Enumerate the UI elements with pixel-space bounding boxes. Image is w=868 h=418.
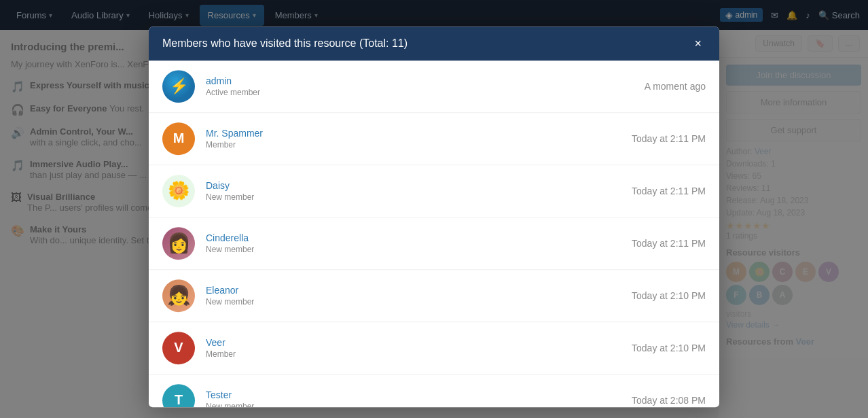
member-name[interactable]: Daisy xyxy=(206,180,621,191)
modal-body: ⚡ admin Active member A moment ago M Mr.… xyxy=(149,60,719,407)
member-visit-time: Today at 2:11 PM xyxy=(632,238,706,249)
members-visited-modal: Members who have visited this resource (… xyxy=(149,27,719,407)
member-visit-time: Today at 2:11 PM xyxy=(632,133,706,144)
member-role: Member xyxy=(206,349,621,359)
member-info: Mr. Spammer Member xyxy=(206,128,621,150)
modal-title: Members who have visited this resource (… xyxy=(162,37,408,50)
member-visit-time: Today at 2:11 PM xyxy=(632,186,706,196)
member-info: Daisy New member xyxy=(206,180,621,202)
person-icon: 👧 xyxy=(167,284,191,307)
avatar: 👧 xyxy=(162,279,195,312)
avatar-letter: M xyxy=(173,130,185,146)
member-row: V Veer Member Today at 2:10 PM xyxy=(149,322,719,375)
member-role: Member xyxy=(206,140,621,150)
avatar: T xyxy=(162,384,195,407)
member-visit-time: Today at 2:08 PM xyxy=(632,395,706,406)
member-row: 👩 Cinderella New member Today at 2:11 PM xyxy=(149,217,719,270)
lightning-icon: ⚡ xyxy=(170,77,188,95)
member-name[interactable]: Veer xyxy=(206,337,621,348)
member-role: New member xyxy=(206,297,621,307)
avatar-letter: V xyxy=(174,340,183,355)
member-row: M Mr. Spammer Member Today at 2:11 PM xyxy=(149,113,719,165)
modal-close-button[interactable]: × xyxy=(690,36,706,51)
modal-header: Members who have visited this resource (… xyxy=(149,27,719,60)
member-info: Tester New member xyxy=(206,389,621,407)
member-role: Active member xyxy=(206,88,634,97)
flower-icon: 🌼 xyxy=(168,180,189,201)
member-role: New member xyxy=(206,192,621,202)
avatar-letter: T xyxy=(175,392,183,407)
avatar: ⚡ xyxy=(162,70,195,103)
member-info: Veer Member xyxy=(206,337,621,359)
member-visit-time: Today at 2:10 PM xyxy=(632,343,706,353)
member-row: T Tester New member Today at 2:08 PM xyxy=(149,375,719,407)
avatar: 👩 xyxy=(162,227,195,260)
member-name[interactable]: Tester xyxy=(206,389,621,400)
avatar: 🌼 xyxy=(162,175,195,207)
avatar: M xyxy=(162,122,195,155)
member-info: admin Active member xyxy=(206,75,634,97)
member-info: Eleanor New member xyxy=(206,285,621,307)
member-name[interactable]: admin xyxy=(206,75,634,86)
member-name[interactable]: Cinderella xyxy=(206,232,621,243)
member-row: ⚡ admin Active member A moment ago xyxy=(149,60,719,113)
member-row: 👧 Eleanor New member Today at 2:10 PM xyxy=(149,270,719,322)
person-icon: 👩 xyxy=(167,232,191,254)
member-name[interactable]: Mr. Spammer xyxy=(206,128,621,139)
member-role: New member xyxy=(206,245,621,254)
member-row: 🌼 Daisy New member Today at 2:11 PM xyxy=(149,165,719,217)
member-name[interactable]: Eleanor xyxy=(206,285,621,296)
member-role: New member xyxy=(206,402,621,407)
avatar: V xyxy=(162,332,195,364)
member-info: Cinderella New member xyxy=(206,232,621,254)
member-visit-time: A moment ago xyxy=(645,81,706,92)
member-visit-time: Today at 2:10 PM xyxy=(632,290,706,301)
